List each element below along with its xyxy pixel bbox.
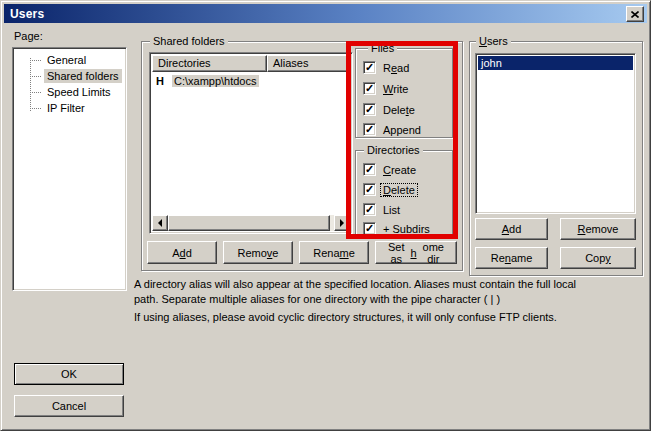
page-item-shared-folders[interactable]: Shared folders — [16, 68, 123, 84]
checkbox-delete-files-box[interactable]: ✓ — [363, 103, 376, 116]
remove-user-button[interactable]: Remove — [560, 218, 636, 240]
checkbox-create-label: Create — [381, 164, 418, 176]
directories-listview[interactable]: Directories Aliases H C:\xampp\htdocs — [149, 52, 353, 234]
close-button[interactable] — [626, 6, 644, 22]
checkbox-delete-dirs-label: Delete — [381, 184, 417, 196]
checkbox-delete-files-label: Delete — [381, 104, 417, 116]
listview-header: Directories Aliases — [152, 55, 350, 72]
column-header-aliases[interactable]: Aliases — [267, 55, 350, 72]
checkbox-write[interactable]: ✓ Write — [363, 82, 410, 95]
page-item-label: General — [44, 53, 89, 67]
rename-folder-button[interactable]: Rename — [299, 241, 369, 264]
rename-user-button[interactable]: Rename — [475, 247, 548, 269]
checkbox-read-label: Read — [381, 62, 411, 74]
checkbox-delete-dirs[interactable]: ✓ Delete — [363, 183, 417, 196]
scroll-right-icon — [340, 219, 344, 227]
alias-note-line1: A directory alias will also appear at th… — [134, 278, 576, 290]
cyclic-note: If using aliases, please avoid cyclic di… — [134, 311, 557, 323]
shared-folders-group-label: Shared folders — [150, 35, 228, 48]
alias-note-line2: path. Separate multiple aliases for one … — [134, 293, 500, 305]
directory-path: C:\xampp\htdocs — [172, 75, 259, 87]
scroll-left-icon — [158, 219, 162, 227]
ok-button[interactable]: OK — [14, 363, 124, 385]
column-header-directories[interactable]: Directories — [152, 55, 267, 72]
checkbox-subdirs-box[interactable]: ✓ — [363, 222, 376, 235]
checkbox-append[interactable]: ✓ Append — [363, 123, 423, 136]
copy-user-button[interactable]: Copy — [560, 247, 636, 269]
users-dialog: Users Page: General Shared folders Speed… — [0, 0, 651, 431]
page-item-speed-limits[interactable]: Speed Limits — [16, 84, 123, 100]
checkbox-subdirs[interactable]: ✓ + Subdirs — [363, 222, 432, 235]
page-item-ip-filter[interactable]: IP Filter — [16, 100, 123, 116]
checkbox-write-label: Write — [381, 83, 410, 95]
title-bar[interactable]: Users — [4, 4, 647, 23]
home-dir-marker: H — [156, 75, 164, 87]
page-label: Page: — [14, 30, 43, 42]
page-listbox[interactable]: General Shared folders Speed Limits IP F… — [12, 47, 127, 291]
users-group-label: Users — [476, 35, 511, 48]
horizontal-scrollbar[interactable] — [152, 215, 350, 231]
scrollbar-thumb[interactable] — [168, 215, 330, 231]
add-user-button[interactable]: Add — [475, 218, 548, 240]
page-item-general[interactable]: General — [16, 52, 123, 68]
checkbox-list-label: List — [381, 204, 402, 216]
scroll-left-button[interactable] — [152, 215, 168, 231]
checkbox-create-box[interactable]: ✓ — [363, 163, 376, 176]
window-title: Users — [10, 7, 44, 21]
checkbox-subdirs-label: + Subdirs — [381, 223, 432, 235]
table-row[interactable]: H C:\xampp\htdocs — [152, 74, 259, 88]
files-group-label: Files — [368, 42, 397, 55]
checkbox-delete-dirs-box[interactable]: ✓ — [363, 183, 376, 196]
users-listbox[interactable]: john — [475, 53, 636, 214]
add-folder-button[interactable]: Add — [147, 241, 217, 264]
checkbox-read-box[interactable]: ✓ — [363, 61, 376, 74]
checkbox-write-box[interactable]: ✓ — [363, 82, 376, 95]
list-item-user-john[interactable]: john — [478, 56, 633, 70]
checkbox-append-label: Append — [381, 124, 423, 136]
checkbox-read[interactable]: ✓ Read — [363, 61, 411, 74]
checkbox-list[interactable]: ✓ List — [363, 203, 402, 216]
checkbox-create[interactable]: ✓ Create — [363, 163, 418, 176]
checkbox-list-box[interactable]: ✓ — [363, 203, 376, 216]
page-item-label-selected: Shared folders — [44, 69, 122, 83]
cancel-button[interactable]: Cancel — [14, 395, 124, 417]
checkbox-append-box[interactable]: ✓ — [363, 123, 376, 136]
remove-folder-button[interactable]: Remove — [223, 241, 293, 264]
directories-group-label: Directories — [364, 144, 423, 157]
close-icon — [631, 11, 639, 18]
set-as-home-dir-button[interactable]: Set as home dir — [375, 241, 457, 264]
scroll-right-button[interactable] — [334, 215, 350, 231]
checkbox-delete-files[interactable]: ✓ Delete — [363, 103, 417, 116]
page-item-label: IP Filter — [44, 101, 88, 115]
page-item-label: Speed Limits — [44, 85, 114, 99]
